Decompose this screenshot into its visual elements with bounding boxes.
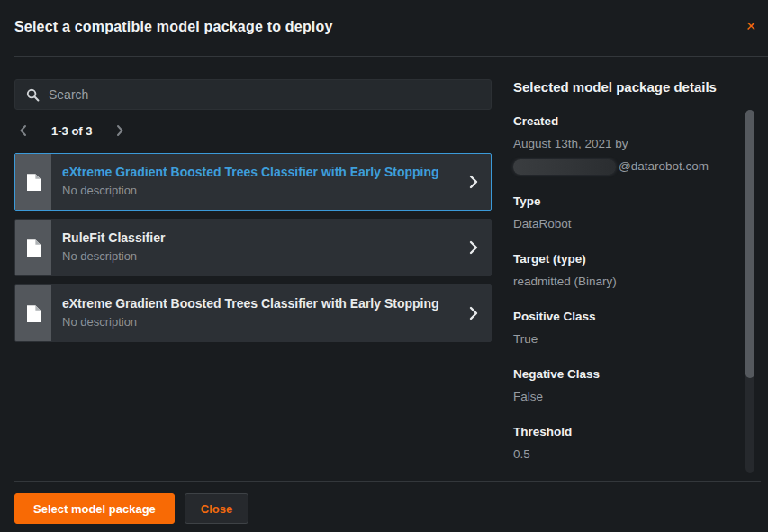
footer: Select model package Close <box>14 493 248 524</box>
detail-value: 0.5 <box>513 446 740 464</box>
details-scrollbar-thumb[interactable] <box>745 110 754 378</box>
package-item-1[interactable]: eXtreme Gradient Boosted Trees Classifie… <box>14 153 492 211</box>
detail-value: readmitted (Binary) <box>513 273 740 291</box>
file-icon <box>15 220 51 275</box>
package-list: eXtreme Gradient Boosted Trees Classifie… <box>14 153 492 342</box>
package-description: No description <box>62 249 462 263</box>
chevron-right-icon[interactable] <box>462 154 491 210</box>
file-icon <box>15 285 51 341</box>
footer-divider <box>14 481 761 482</box>
detail-negative-class: Negative Class False <box>513 367 740 406</box>
modal-header: Select a compatible model package to dep… <box>0 0 768 57</box>
details-heading: Selected model package details <box>513 79 740 95</box>
search-icon <box>26 88 40 102</box>
package-title: eXtreme Gradient Boosted Trees Classifie… <box>62 296 462 311</box>
detail-positive-class: Positive Class True <box>513 310 740 348</box>
search-input[interactable] <box>40 87 491 102</box>
package-title: RuleFit Classifier <box>62 230 462 245</box>
header-divider <box>14 56 768 57</box>
details-scrollbar-track[interactable] <box>745 110 754 473</box>
select-model-package-button[interactable]: Select model package <box>14 493 175 524</box>
chevron-right-icon[interactable] <box>462 285 491 341</box>
detail-label: Type <box>513 194 740 208</box>
pagination: 1-3 of 3 <box>14 121 492 140</box>
email-suffix: @datarobot.com <box>619 158 709 176</box>
details-panel: Selected model package details Created A… <box>513 79 740 482</box>
file-icon <box>15 154 51 210</box>
package-list-panel: 1-3 of 3 eXtreme Gradient Boosted Trees … <box>14 79 492 350</box>
detail-target-type: Target (type) readmitted (Binary) <box>513 252 740 291</box>
detail-label: Negative Class <box>513 367 740 381</box>
package-item-2[interactable]: RuleFit Classifier No description <box>14 219 492 276</box>
chevron-right-icon[interactable] <box>462 220 491 275</box>
modal-title: Select a compatible model package to dep… <box>14 19 333 35</box>
page-prev-icon[interactable] <box>19 124 27 137</box>
package-description: No description <box>62 184 462 197</box>
close-button[interactable]: Close <box>185 493 248 524</box>
detail-label: Positive Class <box>513 310 740 323</box>
detail-value: True <box>513 330 740 348</box>
package-description: No description <box>62 315 462 329</box>
package-title: eXtreme Gradient Boosted Trees Classifie… <box>62 165 462 179</box>
page-next-icon[interactable] <box>116 124 124 137</box>
detail-label: Target (type) <box>513 252 740 266</box>
detail-type: Type DataRobot <box>513 194 740 233</box>
search-box[interactable] <box>14 79 492 110</box>
page-range-label: 1-3 of 3 <box>51 124 93 138</box>
detail-threshold: Threshold 0.5 <box>513 425 740 464</box>
detail-value: DataRobot <box>513 215 740 233</box>
redacted-username <box>513 159 616 175</box>
detail-label: Created <box>513 114 740 128</box>
detail-created: Created August 13th, 2021 by @datarobot.… <box>513 114 740 176</box>
detail-value: False <box>513 388 740 406</box>
close-icon[interactable]: ✕ <box>741 16 761 36</box>
package-item-3[interactable]: eXtreme Gradient Boosted Trees Classifie… <box>14 284 492 342</box>
detail-value: August 13th, 2021 by <box>513 135 740 153</box>
detail-label: Threshold <box>513 425 740 438</box>
